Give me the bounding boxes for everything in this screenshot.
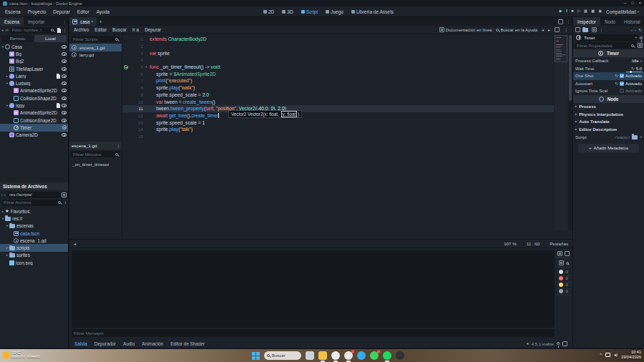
forward-icon[interactable]: › (4, 192, 6, 197)
bottom-tab-depurador[interactable]: Depurador (94, 341, 116, 346)
scene-node-iggy[interactable]: ▾Iggy (0, 102, 68, 109)
start-button[interactable] (252, 352, 260, 360)
add-scene-tab-button[interactable]: + (97, 19, 105, 24)
properties-filter-input[interactable]: Filtrar Propiedades (575, 42, 636, 49)
maximize-button[interactable]: □ (631, 1, 633, 6)
scene-node-camera2d[interactable]: Camera2D (0, 132, 68, 139)
line-number[interactable]: 7 (129, 78, 143, 83)
workspace-librer-a-de-assets[interactable]: Librería de Assets (351, 9, 394, 14)
float-panel-button[interactable] (555, 27, 560, 32)
display-icon[interactable] (605, 353, 610, 357)
bottom-tab-salida[interactable]: Salida (74, 341, 87, 346)
tab-importar[interactable]: Importar (24, 17, 49, 26)
workspace-script[interactable]: Script (301, 9, 318, 14)
taskbar-clock[interactable]: 10:41 19/04/2026 (621, 350, 641, 359)
script-badge-icon[interactable] (57, 74, 60, 79)
tab-nodo[interactable]: Nodo (600, 17, 620, 26)
visibility-toggle-icon[interactable] (62, 82, 67, 85)
history-back-button[interactable]: ◂ (542, 28, 544, 32)
line-number[interactable]: 12 (129, 113, 143, 118)
scene-node-animatedsprite2d[interactable]: AnimatedSprite2D (0, 87, 68, 94)
scene-node-ludwig[interactable]: ▾Ludwig (0, 79, 68, 87)
play-scene-button[interactable]: ▷ (577, 9, 580, 14)
group-auto-translate[interactable]: ▸Auto Translate (573, 118, 644, 126)
chrome-icon[interactable] (344, 351, 353, 360)
menu-escena[interactable]: Escena (5, 9, 21, 14)
visibility-toggle-icon[interactable] (62, 89, 67, 92)
category-node[interactable]: Node (573, 95, 644, 103)
bottom-tab-editor-de-shader[interactable]: Editor de Shader (170, 341, 205, 346)
scene-tab-casa[interactable]: casa × (69, 17, 97, 26)
dock-menu-icon[interactable]: ⋮ (61, 17, 68, 26)
editor-menu-editar[interactable]: Editar (94, 27, 107, 32)
property-ignore-time-scal[interactable]: Ignore Time ScalActivado (573, 87, 644, 95)
fold-arrow-icon[interactable]: ▾ (143, 65, 150, 69)
code-line-10[interactable]: 10›var tween = create_tween() (122, 98, 554, 105)
editor-zoom-level[interactable]: 107 % (504, 241, 517, 246)
remote-debug-button[interactable]: ◉ (598, 9, 602, 14)
clear-icon[interactable] (565, 251, 570, 256)
tray-chevron-icon[interactable]: ^ (600, 353, 602, 357)
add-node-button[interactable]: + (1, 28, 4, 32)
scene-filter-input[interactable]: Filtro: nombre, t (10, 27, 56, 34)
view-tab-local[interactable]: Local (34, 35, 67, 42)
property-value[interactable]: Idle (632, 59, 639, 63)
save-resource-icon[interactable] (592, 27, 597, 32)
bottom-tab-animaci-n[interactable]: Animación (142, 341, 163, 346)
code-line-15[interactable]: 15 (122, 133, 554, 140)
expand-editor-button[interactable] (558, 19, 563, 24)
object-history-icon[interactable]: ↻ (638, 28, 642, 32)
property-autostart[interactable]: Autostart↻Activado (573, 80, 644, 88)
scene-node-bg2[interactable]: Bg2 (0, 58, 68, 65)
chevron-down-icon[interactable]: ▾ (640, 135, 642, 139)
taskbar-search[interactable]: Buscar (264, 351, 301, 360)
scene-node-larry[interactable]: ▸Larry (0, 72, 68, 79)
line-number[interactable]: 14 (129, 127, 143, 132)
signal-connection-gutter-icon[interactable] (122, 65, 129, 69)
fs-item-escenas[interactable]: ▾escenas (0, 222, 68, 230)
fs-item-favoritos[interactable]: ▸★Favoritos: (0, 207, 68, 215)
visibility-toggle-icon[interactable] (62, 111, 67, 114)
script-item-escena-1-gd[interactable]: escena_1.gd (69, 44, 122, 52)
code-line-1[interactable]: 1extends CharacterBody2D (122, 36, 554, 43)
visibility-toggle-icon[interactable] (62, 74, 67, 78)
epic-games-icon[interactable] (396, 351, 404, 360)
group-editor-description[interactable]: ▸Editor Description (573, 125, 644, 133)
attach-script-button[interactable] (57, 28, 61, 33)
tab-historial[interactable]: Historial (620, 17, 644, 26)
category-timer[interactable]: Timer (573, 49, 644, 57)
collapse-scripts-panel-button[interactable]: ◂ (74, 242, 76, 246)
menu-depurar[interactable]: Depurar (53, 9, 69, 14)
instantiate-scene-button[interactable]: ∞ (6, 28, 9, 32)
group-process[interactable]: ▸Process (573, 103, 644, 111)
view-tab-remoto[interactable]: Remoto (1, 35, 34, 42)
sort-methods-button[interactable]: ↕ (117, 144, 119, 148)
load-resource-icon[interactable] (582, 28, 588, 32)
history-back-icon[interactable]: ‹ (631, 28, 633, 32)
scene-tab-menu-button[interactable]: ⋮ (566, 19, 570, 24)
editor-menu-button[interactable]: ⋮ (564, 28, 568, 32)
close-icon[interactable]: × (91, 19, 93, 24)
weather-widget[interactable]: 19°C Mayorm. soleado (3, 351, 40, 359)
play-button[interactable]: ▶ (560, 9, 562, 14)
fs-item-res[interactable]: ▾res:// (0, 215, 68, 222)
search-icon[interactable] (566, 262, 569, 265)
messages-filter-input[interactable]: Filtrar Mensajes (72, 329, 555, 337)
visibility-toggle-icon[interactable] (62, 119, 67, 122)
warnings-filter[interactable]: 0 (556, 283, 571, 289)
close-button[interactable]: × (639, 1, 641, 6)
errors-filter[interactable]: 0 (556, 276, 571, 283)
file-explorer-icon[interactable] (318, 351, 327, 360)
visibility-toggle-icon[interactable] (62, 104, 67, 107)
task-view-icon[interactable] (306, 351, 314, 360)
revert-icon[interactable]: ↻ (631, 67, 635, 71)
code-line-12[interactable]: 12›await get_tree().create_timer (122, 112, 554, 119)
scene-tree-menu-button[interactable]: ⋮ (62, 28, 67, 32)
method-list-item[interactable]: _on_timer_timeout (69, 160, 122, 167)
code-line-4[interactable]: 4 (122, 57, 554, 64)
fs-item-casa-tscn[interactable]: casa.tscn (0, 230, 68, 237)
code-editor[interactable]: 1extends CharacterBody2D23var sprite45▾f… (122, 34, 572, 239)
line-number[interactable]: 6 (129, 72, 143, 77)
load-script-icon[interactable] (632, 135, 638, 140)
filesystem-filter-input[interactable]: Filtrar Archivos (1, 200, 63, 206)
